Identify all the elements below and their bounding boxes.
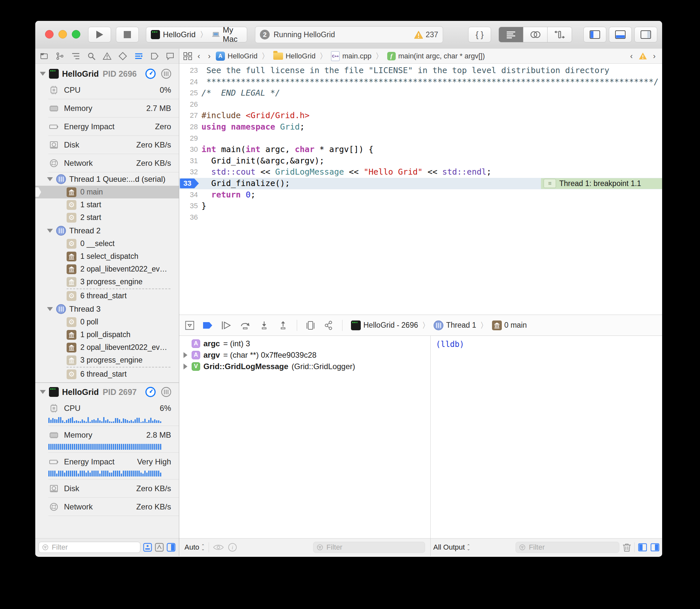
- filter-running-toggle[interactable]: [167, 543, 176, 552]
- line-number[interactable]: 32: [179, 167, 198, 178]
- gauge-row[interactable]: DiskZero KB/s: [35, 480, 179, 498]
- stack-frame-row[interactable]: 2 opal_libevent2022_ev…: [35, 263, 179, 276]
- thread-columns-button[interactable]: [160, 386, 172, 398]
- line-number[interactable]: 35: [179, 201, 198, 212]
- console-filter-field[interactable]: [515, 542, 619, 553]
- process-row[interactable]: HelloGridPID 2697: [35, 385, 179, 399]
- disclosure-triangle-icon[interactable]: [47, 307, 53, 311]
- version-editor-button[interactable]: [547, 27, 572, 42]
- show-console-view-toggle[interactable]: [650, 543, 660, 552]
- step-into-icon[interactable]: [259, 321, 269, 330]
- stack-frame-row[interactable]: 3 progress_engine: [35, 276, 179, 288]
- breadcrumb-frame[interactable]: 0 main: [505, 321, 527, 330]
- stack-frame-row[interactable]: ⚙6 thread_start: [35, 368, 179, 381]
- close-window-button[interactable]: [45, 30, 53, 38]
- report-navigator-icon[interactable]: [166, 52, 174, 60]
- stack-frame-row[interactable]: ⚙2 start: [35, 211, 179, 224]
- breadcrumb-thread[interactable]: Thread 1: [446, 321, 476, 330]
- gauge-row[interactable]: DiskZero KB/s: [35, 136, 179, 154]
- step-over-icon[interactable]: [240, 321, 251, 330]
- line-number[interactable]: 24: [179, 76, 198, 88]
- stack-frame-row[interactable]: ⚙1 start: [35, 198, 179, 211]
- jumpbar-folder[interactable]: HelloGrid: [286, 52, 316, 60]
- clear-console-trash-icon[interactable]: [622, 543, 631, 552]
- history-back-button[interactable]: ‹: [195, 52, 203, 61]
- gauge-row[interactable]: Memory2.8 MB: [35, 426, 179, 450]
- test-navigator-icon[interactable]: [119, 52, 127, 60]
- stack-frame-row[interactable]: 0 main: [35, 186, 179, 198]
- navigator-filter-input[interactable]: [51, 543, 137, 552]
- process-row[interactable]: HelloGridPID 2696: [35, 67, 179, 81]
- previous-issue-button[interactable]: ‹: [628, 52, 635, 61]
- source-editor[interactable]: 23 See the full license in the file "LIC…: [179, 64, 662, 315]
- performance-gauge-button[interactable]: [145, 68, 156, 79]
- variables-view[interactable]: Aargc = (int) 3Aargv = (char **) 0x7ffee…: [179, 336, 430, 540]
- thread-row[interactable]: Thread 2: [35, 224, 179, 237]
- gauge-row[interactable]: CPU0%: [35, 81, 179, 99]
- line-number[interactable]: 34: [179, 189, 198, 201]
- issue-warning-icon[interactable]: [638, 52, 647, 60]
- stack-frame-row[interactable]: ⚙0 poll: [35, 316, 179, 328]
- jumpbar-file[interactable]: main.cpp: [342, 52, 371, 60]
- breakpoint-marker[interactable]: 33: [180, 178, 199, 188]
- disclosure-triangle-icon[interactable]: [47, 229, 53, 233]
- run-button[interactable]: [88, 27, 111, 42]
- breakpoints-enabled-icon[interactable]: [203, 322, 212, 329]
- breakpoint-menu-button[interactable]: ≡: [544, 179, 556, 188]
- symbol-navigator-icon[interactable]: [71, 52, 80, 60]
- line-number[interactable]: 28: [179, 121, 198, 133]
- stack-frame-row[interactable]: 2 opal_libevent2022_ev…: [35, 341, 179, 354]
- assistant-editor-button[interactable]: [523, 27, 548, 42]
- stack-frame-row[interactable]: ⚙0 __select: [35, 237, 179, 250]
- thread-row[interactable]: Thread 1 Queue:...d (serial): [35, 172, 179, 186]
- navigator-filter-field[interactable]: [38, 542, 140, 553]
- debug-navigator-icon[interactable]: [135, 52, 143, 60]
- filter-crashed-threads-toggle[interactable]: [155, 543, 164, 552]
- line-number[interactable]: 30: [179, 144, 198, 155]
- zoom-window-button[interactable]: [72, 30, 80, 38]
- related-items-icon[interactable]: [183, 52, 192, 60]
- show-variables-view-toggle[interactable]: [638, 543, 647, 552]
- disclosure-triangle-icon[interactable]: [184, 364, 187, 369]
- jumpbar-project[interactable]: HelloGrid: [227, 52, 258, 60]
- gauge-row[interactable]: Memory2.7 MB: [35, 99, 179, 117]
- console-scope-popup[interactable]: All Output ⌃⌄: [433, 543, 471, 552]
- debug-view-hierarchy-icon[interactable]: [306, 321, 315, 330]
- info-icon[interactable]: i: [228, 543, 237, 552]
- jumpbar-symbol[interactable]: main(int argc, char * argv[]): [398, 52, 485, 60]
- toggle-utilities-button[interactable]: [634, 27, 657, 42]
- minimize-window-button[interactable]: [58, 30, 67, 38]
- line-number[interactable]: 29: [179, 133, 198, 144]
- variable-row[interactable]: Aargc = (int) 3: [179, 338, 430, 349]
- quicklook-eye-icon[interactable]: [213, 543, 224, 551]
- variable-row[interactable]: Aargv = (char **) 0x7ffee9039c28: [179, 349, 430, 361]
- variable-row[interactable]: VGrid::GridLogMessage (Grid::GridLogger): [179, 361, 430, 372]
- debug-split-divider[interactable]: [430, 336, 431, 556]
- gauge-row[interactable]: Energy ImpactZero: [35, 118, 179, 136]
- gauge-row[interactable]: NetworkZero KB/s: [35, 498, 179, 516]
- console-filter-input[interactable]: [528, 543, 616, 552]
- gauge-row[interactable]: Energy ImpactVery High: [35, 453, 179, 476]
- step-out-icon[interactable]: [278, 321, 288, 330]
- filter-debug-symbols-toggle[interactable]: [143, 543, 152, 552]
- code-snippets-button[interactable]: { }: [468, 27, 491, 42]
- line-number[interactable]: 36: [179, 212, 198, 223]
- project-navigator-icon[interactable]: [40, 52, 48, 60]
- next-issue-button[interactable]: ›: [650, 52, 658, 61]
- stack-frame-row[interactable]: 1 select_dispatch: [35, 250, 179, 263]
- stack-frame-row[interactable]: 3 progress_engine: [35, 354, 179, 366]
- gauge-row[interactable]: NetworkZero KB/s: [35, 154, 179, 172]
- line-number[interactable]: 26: [179, 99, 198, 110]
- thread-columns-button[interactable]: [160, 68, 172, 79]
- stack-frame-row[interactable]: ⚙6 thread_start: [35, 290, 179, 302]
- variables-filter-input[interactable]: [326, 543, 422, 552]
- console-view[interactable]: (lldb): [431, 336, 662, 538]
- line-number[interactable]: 23: [179, 65, 198, 76]
- thread-row[interactable]: Thread 3: [35, 302, 179, 316]
- activity-status-view[interactable]: 2 Running HelloGrid 237: [255, 26, 443, 43]
- line-number[interactable]: 31: [179, 155, 198, 167]
- stack-frame-row[interactable]: 1 poll_dispatch: [35, 328, 179, 341]
- stop-button[interactable]: [116, 27, 139, 42]
- issue-navigator-icon[interactable]: [103, 52, 111, 60]
- toggle-navigator-button[interactable]: [583, 27, 606, 42]
